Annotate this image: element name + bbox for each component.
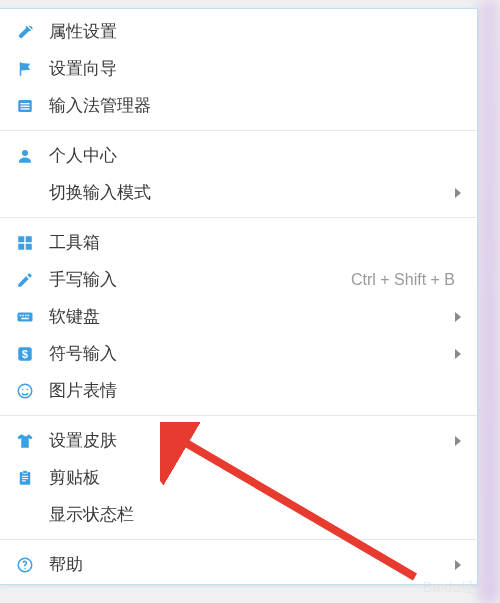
menu-item-handwrite[interactable]: 手写输入 Ctrl + Shift + B: [0, 261, 477, 298]
svg-rect-11: [22, 314, 24, 316]
clipboard-icon: [15, 468, 35, 488]
chevron-right-icon: [455, 312, 461, 322]
menu-item-wizard[interactable]: 设置向导: [0, 50, 477, 87]
menu-item-label: 个人中心: [49, 144, 461, 167]
menu-item-user-center[interactable]: 个人中心: [0, 137, 477, 174]
menu-item-soft-keyboard[interactable]: 软键盘: [0, 298, 477, 335]
svg-rect-8: [26, 243, 32, 249]
svg-rect-3: [21, 108, 30, 109]
blank-icon: [15, 183, 35, 203]
menu-item-toolbox[interactable]: 工具箱: [0, 224, 477, 261]
separator: [0, 217, 477, 218]
chevron-right-icon: [455, 560, 461, 570]
shortcut-label: Ctrl + Shift + B: [351, 271, 455, 289]
menu-item-label: 帮助: [49, 553, 451, 576]
menu-item-label: 输入法管理器: [49, 94, 461, 117]
smile-icon: [15, 381, 35, 401]
svg-rect-12: [25, 314, 27, 316]
menu-item-label: 软键盘: [49, 305, 451, 328]
chevron-right-icon: [455, 349, 461, 359]
svg-point-4: [22, 150, 28, 156]
svg-rect-6: [26, 236, 32, 242]
menu-item-clipboard[interactable]: 剪贴板: [0, 459, 477, 496]
menu-item-symbols[interactable]: $ 符号输入: [0, 335, 477, 372]
chevron-right-icon: [455, 436, 461, 446]
decorative-edge: [478, 0, 500, 603]
menu-item-label: 设置皮肤: [49, 429, 451, 452]
svg-text:$: $: [22, 347, 28, 359]
separator: [0, 415, 477, 416]
dollar-icon: $: [15, 344, 35, 364]
svg-rect-2: [21, 105, 30, 106]
svg-rect-21: [23, 470, 28, 473]
svg-rect-1: [21, 103, 30, 104]
menu-item-emoji[interactable]: 图片表情: [0, 372, 477, 409]
menu-item-label: 剪贴板: [49, 466, 461, 489]
chevron-right-icon: [455, 188, 461, 198]
menu-item-statusbar[interactable]: 显示状态栏: [0, 496, 477, 533]
svg-rect-13: [28, 314, 30, 316]
separator: [0, 130, 477, 131]
keyboard-icon: [15, 307, 35, 327]
menu-item-label: 手写输入: [49, 268, 351, 291]
svg-rect-24: [22, 480, 26, 481]
menu-item-label: 显示状态栏: [49, 503, 461, 526]
svg-rect-14: [21, 317, 29, 319]
svg-rect-9: [18, 312, 33, 321]
menu-item-switch-mode[interactable]: 切换输入模式: [0, 174, 477, 211]
svg-rect-7: [18, 243, 24, 249]
shirt-icon: [15, 431, 35, 451]
menu-item-label: 属性设置: [49, 20, 461, 43]
help-icon: [15, 555, 35, 575]
svg-rect-10: [20, 314, 22, 316]
menu-item-label: 工具箱: [49, 231, 461, 254]
menu-item-skin[interactable]: 设置皮肤: [0, 422, 477, 459]
menu-item-label: 符号输入: [49, 342, 451, 365]
wrench-icon: [15, 22, 35, 42]
svg-rect-22: [22, 475, 28, 476]
user-icon: [15, 146, 35, 166]
menu-item-label: 切换输入模式: [49, 181, 451, 204]
svg-point-26: [24, 568, 26, 570]
svg-point-17: [18, 384, 32, 398]
menu-item-properties[interactable]: 属性设置: [0, 13, 477, 50]
menu-item-label: 设置向导: [49, 57, 461, 80]
separator: [0, 539, 477, 540]
svg-point-18: [22, 388, 24, 390]
grid-icon: [15, 233, 35, 253]
svg-rect-5: [18, 236, 24, 242]
blank-icon: [15, 505, 35, 525]
pencil-icon: [15, 270, 35, 290]
svg-point-19: [27, 388, 29, 390]
menu-item-help[interactable]: 帮助: [0, 546, 477, 583]
list-icon: [15, 96, 35, 116]
context-menu: 属性设置 设置向导 输入法管理器 个人中心 切换输入模式 工具箱: [0, 8, 478, 585]
menu-item-label: 图片表情: [49, 379, 461, 402]
menu-item-ime-manager[interactable]: 输入法管理器: [0, 87, 477, 124]
flag-icon: [15, 59, 35, 79]
svg-rect-23: [22, 478, 28, 479]
watermark: Baidu经验: [423, 579, 490, 597]
